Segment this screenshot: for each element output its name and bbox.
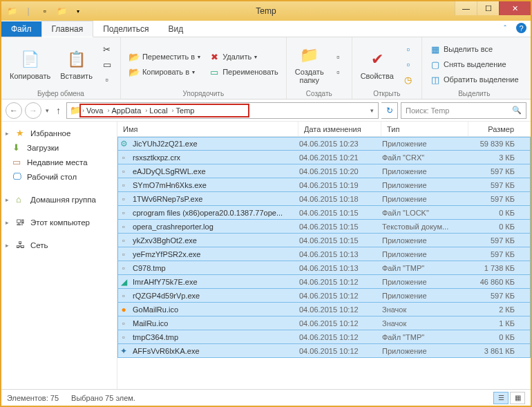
refresh-button[interactable]: ↻ (381, 102, 398, 119)
file-name: cprogram files (x86)opera20.0.1387.77ope… (133, 209, 283, 217)
qat-properties[interactable]: ▫ (37, 4, 53, 18)
file-icon: ▫ (118, 236, 129, 245)
table-row[interactable]: ▫C978.tmp04.06.2015 10:13Файл "TMP"1 738… (117, 261, 531, 275)
moveto-button[interactable]: 📂Переместить в ▾ (126, 50, 202, 64)
properties-button[interactable]: ✔ Свойства (358, 47, 397, 82)
edit-icon: ▫ (403, 59, 414, 70)
shortcut-icon: ▫ (102, 74, 113, 85)
table-row[interactable]: ▫tmpC364.tmp04.06.2015 10:12Файл "TMP"0 … (117, 330, 531, 344)
col-size[interactable]: Размер (468, 122, 521, 136)
file-list: Имя Дата изменения Тип Размер ⚙JicYUhJ2z… (117, 122, 531, 389)
details-view-button[interactable]: ☰ (493, 392, 509, 404)
back-button[interactable]: ← (6, 102, 22, 119)
edit-button[interactable]: ▫ (401, 57, 416, 71)
nav-network[interactable]: ▸🖧Сеть (3, 238, 115, 252)
selectall-button[interactable]: ▦Выделить все (428, 42, 521, 56)
file-date: 04.06.2015 10:12 (299, 305, 382, 314)
file-size: 46 860 КБ (469, 278, 522, 286)
file-size: 597 КБ (469, 195, 522, 203)
close-button[interactable]: ✕ (499, 1, 531, 15)
newfolder-button[interactable]: 📁 Создать папку (292, 43, 327, 86)
copyto-icon: 📂 (129, 66, 140, 77)
delete-button[interactable]: ✖Удалить ▾ (207, 50, 281, 64)
col-name[interactable]: Имя (117, 122, 298, 136)
table-row[interactable]: ▫rQZGP4d59rVp.exe04.06.2015 10:12Приложе… (117, 289, 531, 303)
group-select: ▦Выделить все ▢Снять выделение ◫Обратить… (422, 37, 526, 99)
breadcrumb[interactable]: 📁 › Vova› AppData› Local› Temp ▾ (66, 102, 379, 119)
invert-icon: ◫ (430, 74, 441, 85)
table-row[interactable]: ▫1TWv6RNep7sP.exe04.06.2015 10:18Приложе… (117, 192, 531, 206)
ribbon-collapse-icon[interactable]: ˆ (500, 23, 511, 34)
address-bar: ← → ▾ ↑ 📁 › Vova› AppData› Local› Temp ▾… (1, 100, 531, 122)
nav-favorites[interactable]: ▸★Избранное (3, 126, 115, 140)
table-row[interactable]: ▫ykZxv3BghOt2.exe04.06.2015 10:15Приложе… (117, 234, 531, 247)
nav-desktop[interactable]: 🖵Рабочий стол (3, 169, 115, 184)
col-modified[interactable]: Дата изменения (298, 122, 381, 136)
table-row[interactable]: ▫eAJDyQLSgRWL.exe04.06.2015 10:20Приложе… (117, 164, 531, 178)
crumb-temp[interactable]: Temp (174, 106, 199, 115)
maximize-button[interactable]: ☐ (477, 1, 499, 15)
nav-thispc[interactable]: ▸🖳Этот компьютер (3, 215, 115, 229)
table-row[interactable]: ▫rsxsztkxpz.crx04.06.2015 10:21Файл "CRX… (117, 151, 531, 164)
up-button[interactable]: ↑ (53, 105, 64, 116)
file-name: tmpC364.tmp (133, 333, 178, 341)
file-type: Приложение (382, 140, 469, 148)
col-type[interactable]: Тип (381, 122, 468, 136)
crumb-appdata[interactable]: AppData (109, 106, 145, 115)
newitem-button[interactable]: ▫ (331, 50, 346, 64)
easyaccess-button[interactable]: ▫ (331, 65, 346, 79)
table-row[interactable]: ◢ImrAHfY75k7E.exe04.06.2015 10:12Приложе… (117, 275, 531, 289)
copypath-button[interactable]: ▭ (99, 57, 115, 71)
tab-share[interactable]: Поделиться (93, 21, 158, 37)
group-label: Создать (292, 88, 346, 97)
twisty-icon: ▸ (6, 130, 12, 137)
table-row[interactable]: ✦AFFsVvR6lxKA.exe04.06.2015 10:12Приложе… (117, 344, 531, 358)
open-button[interactable]: ▫ (401, 42, 416, 56)
cut-button[interactable]: ✂ (99, 42, 115, 56)
icons-view-button[interactable]: ▦ (510, 392, 525, 404)
tab-home[interactable]: Главная (41, 21, 94, 37)
invertselect-button[interactable]: ◫Обратить выделение (428, 73, 521, 86)
table-row[interactable]: ▫SYmO7mHn6Xks.exe04.06.2015 10:19Приложе… (117, 178, 531, 192)
table-row[interactable]: ▫yeFmzYfPSR2x.exe04.06.2015 10:13Приложе… (117, 247, 531, 261)
twisty-icon: ▸ (6, 242, 12, 249)
file-size: 0 КБ (469, 333, 522, 341)
nav-recent[interactable]: ▭Недавние места (3, 155, 115, 169)
table-row[interactable]: ●GoMailRu.ico04.06.2015 10:12Значок2 КБ (117, 303, 531, 316)
history-button[interactable]: ◷ (401, 73, 416, 86)
nav-homegroup[interactable]: ▸⌂Домашняя группа (3, 192, 115, 207)
copyto-button[interactable]: 📂Копировать в ▾ (126, 65, 202, 79)
help-icon[interactable]: ? (516, 23, 526, 33)
star-icon: ★ (16, 128, 27, 138)
qat-dropdown[interactable]: ▾ (70, 4, 86, 18)
file-size: 597 КБ (469, 167, 522, 176)
search-input[interactable]: Поиск: Temp 🔍 (401, 102, 526, 119)
table-row[interactable]: ⚙JicYUhJ2zQ21.exe04.06.2015 10:23Приложе… (117, 137, 531, 151)
file-icon: ▫ (118, 319, 129, 328)
table-row[interactable]: ▫MailRu.ico04.06.2015 10:12Значок1 КБ (117, 316, 531, 330)
file-name: rQZGP4d59rVp.exe (133, 292, 200, 300)
file-type: Файл "TMP" (382, 264, 469, 272)
rename-button[interactable]: ▭Переименовать (207, 65, 281, 79)
group-clipboard: 📄 Копировать 📋 Вставить ✂ ▭ ▫ Буфер обме… (1, 37, 121, 99)
qat-newfolder[interactable]: 📁 (54, 4, 69, 18)
nav-downloads[interactable]: ⬇Загрузки (3, 140, 115, 155)
selectnone-button[interactable]: ▢Снять выделение (428, 57, 521, 71)
copy-button[interactable]: 📄 Копировать (7, 47, 53, 82)
copy-icon: 📄 (19, 48, 41, 70)
history-dropdown[interactable]: ▾ (44, 107, 50, 114)
file-date: 04.06.2015 10:15 (299, 223, 382, 231)
minimize-button[interactable]: — (455, 1, 477, 15)
tab-view[interactable]: Вид (158, 21, 193, 37)
crumb-vova[interactable]: Vova (84, 106, 107, 115)
forward-button[interactable]: → (25, 102, 41, 119)
titlebar: 📁 | ▫ 📁 ▾ Temp — ☐ ✕ (1, 1, 531, 21)
table-row[interactable]: ▫cprogram files (x86)opera20.0.1387.77op… (117, 206, 531, 220)
group-new: 📁 Создать папку ▫ ▫ Создать (287, 37, 352, 99)
crumb-local[interactable]: Local (147, 106, 171, 115)
table-row[interactable]: ▫opera_crashreporter.log04.06.2015 10:15… (117, 220, 531, 234)
chevron-down-icon[interactable]: ▾ (370, 107, 374, 114)
pasteshortcut-button[interactable]: ▫ (99, 73, 115, 86)
tab-file[interactable]: Файл (1, 21, 41, 37)
paste-button[interactable]: 📋 Вставить (57, 47, 95, 82)
